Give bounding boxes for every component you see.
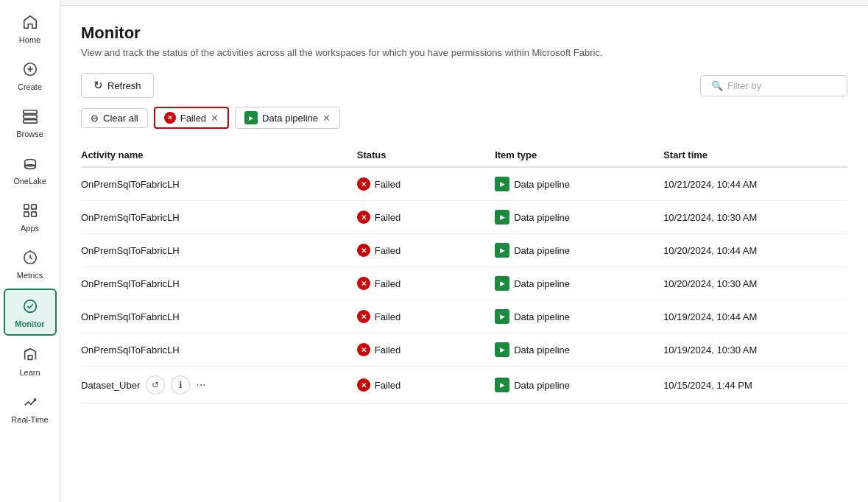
activity-name-text[interactable]: OnPremSqlToFabricLH [81, 278, 180, 289]
cell-start-time: 10/21/2024, 10:30 AM [663, 201, 847, 234]
item-type-text: Data pipeline [514, 311, 570, 322]
learn-icon [20, 344, 40, 365]
chip-failed[interactable]: Failed ✕ [154, 107, 229, 129]
cell-item-type: Data pipeline [495, 201, 663, 234]
status-failed-icon [357, 244, 370, 257]
svg-line-15 [24, 349, 29, 352]
refresh-button[interactable]: ↻ Refresh [81, 73, 154, 98]
status-failed-icon [357, 277, 370, 290]
item-type-text: Data pipeline [514, 245, 570, 256]
col-item-type: Item type [495, 144, 663, 167]
pipeline-type-icon [495, 342, 509, 357]
cell-start-time: 10/20/2024, 10:30 AM [663, 267, 847, 300]
cell-status: Failed [357, 333, 495, 367]
clear-all-button[interactable]: ⊖ Clear all [81, 108, 148, 128]
cell-start-time: 10/20/2024, 10:44 AM [663, 234, 847, 267]
cell-activity-name: OnPremSqlToFabricLH [81, 267, 357, 300]
chip-pipeline-label: Data pipeline [262, 113, 318, 124]
toolbar-row: ↻ Refresh 🔍 Filter by [81, 73, 847, 98]
sidebar-item-monitor-label: Monitor [15, 319, 44, 328]
cell-status: Failed [357, 234, 495, 267]
sidebar-item-metrics[interactable]: Metrics [4, 241, 57, 286]
pipeline-type-icon [495, 243, 509, 258]
table-header-row: Activity name Status Item type Start tim… [81, 144, 847, 167]
sidebar-item-onelake-label: OneLake [13, 177, 46, 185]
status-failed-icon [357, 343, 370, 356]
svg-rect-10 [31, 212, 35, 216]
table-header: Activity name Status Item type Start tim… [81, 144, 847, 167]
table-row: OnPremSqlToFabricLH Failed Data pipeline… [81, 234, 847, 267]
action-replay-button[interactable]: ↺ [146, 375, 165, 395]
chip-pipeline[interactable]: Data pipeline ✕ [235, 107, 340, 129]
activity-name-text[interactable]: OnPremSqlToFabricLH [81, 245, 180, 256]
apps-icon [20, 200, 40, 221]
cell-item-type: Data pipeline [495, 167, 663, 201]
sidebar: Home Create Browse [0, 0, 60, 502]
col-activity-name: Activity name [81, 144, 357, 167]
chip-failed-close[interactable]: ✕ [211, 113, 219, 124]
content-area: Monitor View and track the status of the… [60, 6, 868, 502]
metrics-icon [20, 247, 40, 268]
action-more-button[interactable]: ··· [196, 378, 205, 392]
filter-icon: ⊖ [91, 113, 99, 124]
cell-item-type: Data pipeline [495, 234, 663, 267]
cell-activity-name: OnPremSqlToFabricLH [81, 201, 357, 234]
sidebar-item-apps-label: Apps [21, 224, 39, 233]
sidebar-item-onelake[interactable]: OneLake [4, 147, 57, 191]
onelake-icon [20, 153, 40, 174]
refresh-icon: ↻ [93, 79, 103, 92]
filter-input[interactable]: 🔍 Filter by [700, 75, 847, 96]
cell-item-type: Data pipeline [495, 367, 663, 404]
col-status: Status [357, 144, 495, 167]
cell-start-time: 10/19/2024, 10:44 AM [663, 300, 847, 333]
sidebar-item-create-label: Create [18, 82, 42, 91]
svg-rect-4 [23, 115, 36, 119]
browse-icon [20, 106, 40, 127]
sidebar-item-learn[interactable]: Learn [4, 339, 57, 383]
monitor-icon [20, 296, 40, 317]
realtime-icon [20, 392, 40, 412]
action-info-button[interactable]: ℹ [171, 375, 190, 395]
activity-name-text[interactable]: OnPremSqlToFabricLH [81, 311, 180, 322]
sidebar-item-realtime-label: Real-Time [11, 415, 48, 424]
home-icon [20, 12, 40, 32]
cell-activity-name: Dataset_Uber ↺ ℹ ··· [81, 367, 357, 404]
sidebar-item-create[interactable]: Create [4, 53, 57, 97]
cell-start-time: 10/21/2024, 10:44 AM [663, 167, 847, 201]
activity-name-text[interactable]: OnPremSqlToFabricLH [81, 212, 180, 223]
sidebar-item-home[interactable]: Home [4, 6, 57, 50]
status-failed-icon [357, 177, 370, 191]
table-body: OnPremSqlToFabricLH Failed Data pipeline… [81, 167, 847, 404]
failed-chip-icon [164, 112, 176, 124]
item-type-text: Data pipeline [514, 278, 570, 289]
create-icon [20, 59, 40, 79]
item-type-text: Data pipeline [514, 179, 570, 190]
sidebar-item-apps[interactable]: Apps [4, 194, 57, 238]
sidebar-item-browse-label: Browse [16, 130, 43, 138]
table-row: OnPremSqlToFabricLH Failed Data pipeline… [81, 201, 847, 234]
pipeline-type-icon [495, 210, 509, 225]
cell-item-type: Data pipeline [495, 300, 663, 333]
status-text: Failed [375, 179, 401, 190]
sidebar-item-browse[interactable]: Browse [4, 100, 57, 144]
status-text: Failed [375, 245, 401, 256]
item-type-text: Data pipeline [514, 212, 570, 223]
table-row: OnPremSqlToFabricLH Failed Data pipeline… [81, 267, 847, 300]
svg-rect-14 [28, 356, 32, 360]
activity-name-text[interactable]: OnPremSqlToFabricLH [81, 179, 180, 190]
cell-status: Failed [357, 201, 495, 234]
table-row: OnPremSqlToFabricLH Failed Data pipeline… [81, 333, 847, 367]
sidebar-item-monitor[interactable]: Monitor [4, 289, 57, 336]
svg-rect-8 [31, 205, 35, 209]
svg-rect-7 [24, 205, 28, 209]
cell-status: Failed [357, 300, 495, 333]
sidebar-item-realtime[interactable]: Real-Time [4, 386, 57, 430]
activity-name-text[interactable]: OnPremSqlToFabricLH [81, 344, 180, 356]
pipeline-type-icon [495, 177, 509, 191]
page-subtitle: View and track the status of the activit… [81, 47, 847, 58]
clear-all-label: Clear all [103, 113, 138, 124]
chip-pipeline-close[interactable]: ✕ [322, 113, 331, 124]
activity-name-text[interactable]: Dataset_Uber [81, 380, 140, 391]
status-text: Failed [375, 344, 401, 356]
cell-activity-name: OnPremSqlToFabricLH [81, 300, 357, 333]
